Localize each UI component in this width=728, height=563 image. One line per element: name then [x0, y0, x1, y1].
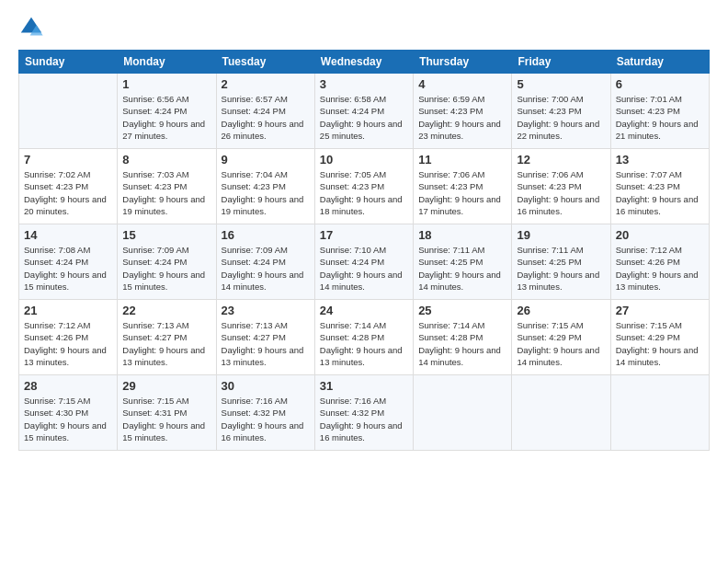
day-info: Sunrise: 7:12 AM Sunset: 4:26 PM Dayligh… [24, 319, 112, 368]
day-cell: 7Sunrise: 7:02 AM Sunset: 4:23 PM Daylig… [19, 149, 118, 224]
day-number: 21 [24, 304, 112, 317]
day-number: 9 [222, 153, 310, 167]
day-cell: 21Sunrise: 7:12 AM Sunset: 4:26 PM Dayli… [19, 300, 118, 375]
day-info: Sunrise: 7:08 AM Sunset: 4:24 PM Dayligh… [24, 244, 112, 293]
day-info: Sunrise: 7:12 AM Sunset: 4:26 PM Dayligh… [616, 244, 704, 293]
day-info: Sunrise: 7:13 AM Sunset: 4:27 PM Dayligh… [222, 319, 310, 368]
day-info: Sunrise: 7:00 AM Sunset: 4:23 PM Dayligh… [517, 93, 605, 142]
day-number: 10 [320, 153, 408, 167]
day-number: 20 [616, 228, 704, 242]
day-number: 15 [122, 228, 210, 242]
day-number: 3 [320, 77, 408, 91]
day-cell: 30Sunrise: 7:16 AM Sunset: 4:32 PM Dayli… [216, 375, 314, 451]
day-number: 1 [122, 77, 210, 91]
day-number: 13 [616, 153, 704, 167]
weekday-row: SundayMondayTuesdayWednesdayThursdayFrid… [19, 51, 710, 74]
day-number: 18 [418, 228, 506, 242]
day-number: 27 [616, 304, 704, 317]
day-number: 19 [517, 228, 605, 242]
day-info: Sunrise: 7:14 AM Sunset: 4:28 PM Dayligh… [418, 319, 506, 368]
weekday-header-tuesday: Tuesday [216, 51, 314, 74]
day-number: 31 [320, 379, 408, 393]
day-number: 6 [616, 77, 704, 91]
day-number: 12 [517, 153, 605, 167]
week-row-1: 1Sunrise: 6:56 AM Sunset: 4:24 PM Daylig… [19, 74, 710, 149]
day-info: Sunrise: 6:57 AM Sunset: 4:24 PM Dayligh… [222, 93, 310, 142]
weekday-header-saturday: Saturday [610, 51, 709, 74]
day-cell: 29Sunrise: 7:15 AM Sunset: 4:31 PM Dayli… [118, 375, 216, 451]
day-number: 8 [122, 153, 210, 167]
day-cell: 17Sunrise: 7:10 AM Sunset: 4:24 PM Dayli… [314, 224, 413, 300]
day-number: 7 [24, 153, 112, 167]
page: SundayMondayTuesdayWednesdayThursdayFrid… [0, 0, 728, 563]
day-cell: 14Sunrise: 7:08 AM Sunset: 4:24 PM Dayli… [19, 224, 118, 300]
day-info: Sunrise: 7:13 AM Sunset: 4:27 PM Dayligh… [122, 319, 210, 368]
day-cell: 27Sunrise: 7:15 AM Sunset: 4:29 PM Dayli… [610, 300, 709, 375]
day-cell: 2Sunrise: 6:57 AM Sunset: 4:24 PM Daylig… [216, 74, 314, 149]
day-cell: 18Sunrise: 7:11 AM Sunset: 4:25 PM Dayli… [414, 224, 512, 300]
day-info: Sunrise: 7:11 AM Sunset: 4:25 PM Dayligh… [418, 244, 506, 293]
day-cell: 9Sunrise: 7:04 AM Sunset: 4:23 PM Daylig… [216, 149, 314, 224]
week-row-2: 7Sunrise: 7:02 AM Sunset: 4:23 PM Daylig… [19, 149, 710, 224]
day-info: Sunrise: 7:07 AM Sunset: 4:23 PM Dayligh… [616, 168, 704, 217]
day-info: Sunrise: 7:06 AM Sunset: 4:23 PM Dayligh… [517, 168, 605, 217]
day-cell: 3Sunrise: 6:58 AM Sunset: 4:24 PM Daylig… [314, 74, 413, 149]
day-cell: 22Sunrise: 7:13 AM Sunset: 4:27 PM Dayli… [118, 300, 216, 375]
day-number: 4 [418, 77, 506, 91]
day-info: Sunrise: 7:15 AM Sunset: 4:30 PM Dayligh… [24, 395, 112, 443]
day-info: Sunrise: 7:10 AM Sunset: 4:24 PM Dayligh… [320, 244, 408, 293]
day-info: Sunrise: 7:01 AM Sunset: 4:23 PM Dayligh… [616, 93, 704, 142]
day-cell: 12Sunrise: 7:06 AM Sunset: 4:23 PM Dayli… [512, 149, 610, 224]
day-info: Sunrise: 6:59 AM Sunset: 4:23 PM Dayligh… [418, 93, 506, 142]
day-cell [414, 375, 512, 451]
day-cell: 15Sunrise: 7:09 AM Sunset: 4:24 PM Dayli… [118, 224, 216, 300]
weekday-header-wednesday: Wednesday [314, 51, 413, 74]
day-info: Sunrise: 7:04 AM Sunset: 4:23 PM Dayligh… [222, 168, 310, 217]
day-number: 28 [24, 379, 112, 393]
day-number: 11 [418, 153, 506, 167]
weekday-header-sunday: Sunday [19, 51, 118, 74]
day-cell [19, 74, 118, 149]
day-cell: 28Sunrise: 7:15 AM Sunset: 4:30 PM Dayli… [19, 375, 118, 451]
day-number: 26 [517, 304, 605, 317]
day-cell: 24Sunrise: 7:14 AM Sunset: 4:28 PM Dayli… [314, 300, 413, 375]
day-cell: 23Sunrise: 7:13 AM Sunset: 4:27 PM Dayli… [216, 300, 314, 375]
day-number: 16 [222, 228, 310, 242]
day-info: Sunrise: 7:16 AM Sunset: 4:32 PM Dayligh… [222, 395, 310, 443]
day-cell: 5Sunrise: 7:00 AM Sunset: 4:23 PM Daylig… [512, 74, 610, 149]
header [18, 15, 710, 40]
day-cell: 6Sunrise: 7:01 AM Sunset: 4:23 PM Daylig… [610, 74, 709, 149]
logo-icon [18, 15, 44, 40]
day-info: Sunrise: 7:15 AM Sunset: 4:31 PM Dayligh… [122, 395, 210, 443]
day-info: Sunrise: 7:11 AM Sunset: 4:25 PM Dayligh… [517, 244, 605, 293]
logo [18, 15, 48, 40]
week-row-5: 28Sunrise: 7:15 AM Sunset: 4:30 PM Dayli… [19, 375, 710, 451]
day-cell: 20Sunrise: 7:12 AM Sunset: 4:26 PM Dayli… [610, 224, 709, 300]
day-cell: 8Sunrise: 7:03 AM Sunset: 4:23 PM Daylig… [118, 149, 216, 224]
day-cell: 1Sunrise: 6:56 AM Sunset: 4:24 PM Daylig… [118, 74, 216, 149]
day-info: Sunrise: 7:09 AM Sunset: 4:24 PM Dayligh… [222, 244, 310, 293]
day-cell [610, 375, 709, 451]
day-cell [512, 375, 610, 451]
day-cell: 25Sunrise: 7:14 AM Sunset: 4:28 PM Dayli… [414, 300, 512, 375]
day-cell: 4Sunrise: 6:59 AM Sunset: 4:23 PM Daylig… [414, 74, 512, 149]
day-info: Sunrise: 7:09 AM Sunset: 4:24 PM Dayligh… [122, 244, 210, 293]
calendar-body: 1Sunrise: 6:56 AM Sunset: 4:24 PM Daylig… [19, 74, 710, 451]
day-info: Sunrise: 7:06 AM Sunset: 4:23 PM Dayligh… [418, 168, 506, 217]
calendar: SundayMondayTuesdayWednesdayThursdayFrid… [18, 50, 710, 451]
day-number: 2 [222, 77, 310, 91]
day-cell: 11Sunrise: 7:06 AM Sunset: 4:23 PM Dayli… [414, 149, 512, 224]
day-number: 17 [320, 228, 408, 242]
day-info: Sunrise: 6:56 AM Sunset: 4:24 PM Dayligh… [122, 93, 210, 142]
day-info: Sunrise: 7:02 AM Sunset: 4:23 PM Dayligh… [24, 168, 112, 217]
weekday-header-friday: Friday [512, 51, 610, 74]
calendar-header: SundayMondayTuesdayWednesdayThursdayFrid… [19, 51, 710, 74]
day-cell: 13Sunrise: 7:07 AM Sunset: 4:23 PM Dayli… [610, 149, 709, 224]
weekday-header-thursday: Thursday [414, 51, 512, 74]
day-cell: 26Sunrise: 7:15 AM Sunset: 4:29 PM Dayli… [512, 300, 610, 375]
day-number: 24 [320, 304, 408, 317]
day-cell: 19Sunrise: 7:11 AM Sunset: 4:25 PM Dayli… [512, 224, 610, 300]
day-info: Sunrise: 7:16 AM Sunset: 4:32 PM Dayligh… [320, 395, 408, 443]
day-info: Sunrise: 6:58 AM Sunset: 4:24 PM Dayligh… [320, 93, 408, 142]
day-number: 23 [222, 304, 310, 317]
